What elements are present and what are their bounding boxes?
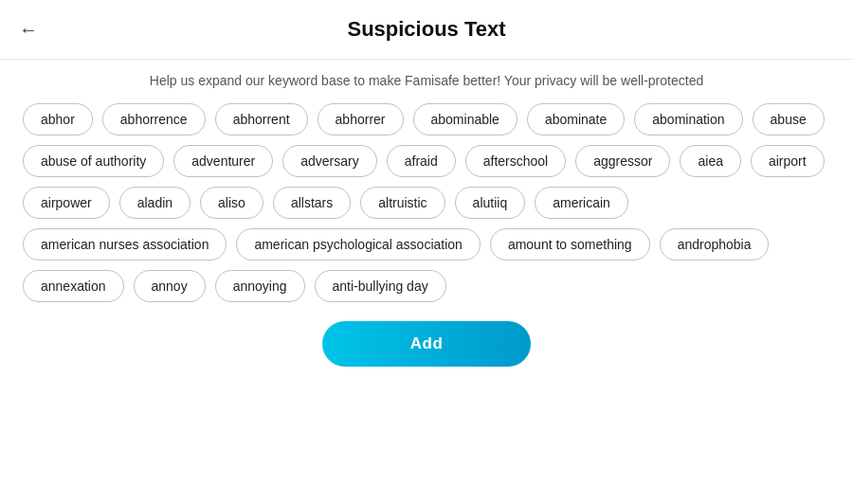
list-item[interactable]: abhorrent bbox=[215, 103, 308, 135]
list-item[interactable]: aladin bbox=[119, 187, 191, 219]
tags-area: abhorabhorrenceabhorrentabhorrerabominab… bbox=[0, 98, 853, 308]
subtitle-text: Help us expand our keyword base to make … bbox=[93, 60, 760, 98]
list-item[interactable]: aliso bbox=[200, 187, 263, 219]
list-item[interactable]: annoy bbox=[134, 270, 206, 302]
list-item[interactable]: abomination bbox=[634, 103, 742, 135]
list-item[interactable]: afterschool bbox=[465, 145, 566, 177]
list-item[interactable]: american nurses association bbox=[23, 228, 227, 261]
add-button[interactable]: Add bbox=[322, 321, 531, 367]
list-item[interactable]: airport bbox=[751, 145, 825, 177]
header: ← Suspicious Text bbox=[0, 0, 853, 60]
list-item[interactable]: americain bbox=[535, 187, 628, 219]
page-title: Suspicious Text bbox=[347, 17, 505, 42]
list-item[interactable]: american psychological association bbox=[236, 228, 480, 261]
list-item[interactable]: abhorrence bbox=[102, 103, 206, 135]
list-item[interactable]: adventurer bbox=[173, 145, 273, 177]
list-item[interactable]: airpower bbox=[23, 187, 110, 219]
list-item[interactable]: abhor bbox=[23, 103, 93, 135]
list-item[interactable]: annoying bbox=[215, 270, 305, 302]
list-item[interactable]: abominate bbox=[527, 103, 625, 135]
list-item[interactable]: annexation bbox=[23, 270, 124, 302]
list-item[interactable]: aggressor bbox=[575, 145, 670, 177]
list-item[interactable]: altruistic bbox=[360, 187, 445, 219]
list-item[interactable]: androphobia bbox=[660, 228, 770, 261]
back-button[interactable]: ← bbox=[19, 19, 38, 41]
list-item[interactable]: abuse bbox=[753, 103, 825, 135]
list-item[interactable]: abominable bbox=[413, 103, 517, 135]
list-item[interactable]: adversary bbox=[282, 145, 376, 177]
list-item[interactable]: amount to something bbox=[490, 228, 650, 261]
list-item[interactable]: abuse of authority bbox=[23, 145, 164, 177]
list-item[interactable]: afraid bbox=[387, 145, 456, 177]
list-item[interactable]: alutiiq bbox=[455, 187, 526, 219]
list-item[interactable]: aiea bbox=[680, 145, 740, 177]
back-icon: ← bbox=[19, 19, 38, 41]
page-container: ← Suspicious Text Help us expand our key… bbox=[0, 0, 853, 504]
list-item[interactable]: allstars bbox=[273, 187, 351, 219]
add-button-wrapper: Add bbox=[0, 308, 853, 376]
list-item[interactable]: anti-bullying day bbox=[315, 270, 446, 302]
list-item[interactable]: abhorrer bbox=[318, 103, 404, 135]
